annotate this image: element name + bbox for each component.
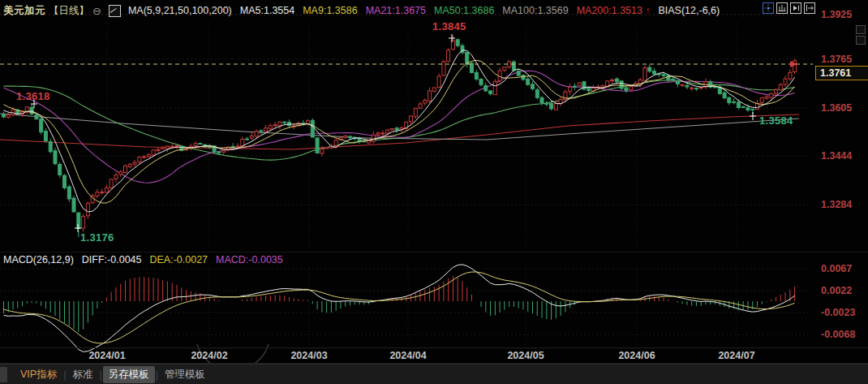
period-label: 【日线】 <box>49 4 89 18</box>
play-pane-icon[interactable] <box>790 2 801 14</box>
crosshair-icon[interactable] <box>763 2 774 14</box>
exit-pane-icon[interactable] <box>804 2 815 14</box>
macd-header: MACD(26,12,9)DIFF:-0.0045DEA:-0.0027MACD… <box>3 254 283 265</box>
macd-axis-label: 0.0067 <box>821 263 866 274</box>
candlestick-chart[interactable] <box>0 0 868 384</box>
x-axis-label: 2024/02 <box>191 350 227 361</box>
x-axis-label: 2024/05 <box>507 350 544 361</box>
symbol-name: 美元加元 <box>3 4 45 18</box>
collapse-icon[interactable]: ⊖ <box>92 5 101 17</box>
price-axis-label: 1.3925 <box>821 9 866 20</box>
macd-legend-item: MACD(26,12,9) <box>3 254 74 265</box>
macd-axis-label: -0.0068 <box>821 329 866 340</box>
tab-separator: | <box>99 369 101 381</box>
price-axis-label: 1.3605 <box>821 102 866 114</box>
macd-legend-item: MACD:-0.0035 <box>216 254 283 265</box>
tab-separator: | <box>156 369 158 381</box>
template-tab[interactable]: 管理模板 <box>159 366 211 383</box>
indicator-legend-item: MA21:1.3675 <box>366 5 426 16</box>
last-price-tag: 1.3761 <box>815 66 868 80</box>
ma200-up-arrow-icon: ↑ <box>646 5 651 16</box>
template-tab[interactable]: 另存模板 <box>103 366 155 383</box>
indicator-legend-item: MA5:1.3554 <box>240 5 294 16</box>
x-axis-label: 2024/06 <box>618 350 655 361</box>
template-tabbar: VIP指标|标准|另存模板|管理模板 <box>0 364 868 384</box>
indicator-legend-item: BIAS(12,-6,6) <box>658 5 720 16</box>
price-annotation: 1.3176 <box>80 231 114 244</box>
price-annotation: 1.3845 <box>432 20 466 32</box>
price-axis-label: 1.3444 <box>821 150 866 162</box>
indicator-legend-item: MA100:1.3569 <box>502 5 568 16</box>
x-axis-label: 2024/03 <box>290 350 327 361</box>
chart-toolbar <box>763 2 815 14</box>
price-annotation: 1.3618 <box>16 90 50 102</box>
x-axis-label: 2024/07 <box>718 350 754 361</box>
indicator-legend-item: MA50:1.3686 <box>434 5 494 16</box>
indicator-legend-item: MA(5,9,21,50,100,200) <box>128 5 232 16</box>
indicator-pane-icon[interactable] <box>776 2 788 14</box>
template-tab[interactable]: VIP指标 <box>15 366 62 383</box>
template-tab[interactable]: 标准 <box>67 366 98 383</box>
price-axis-label: 1.3284 <box>821 199 866 210</box>
panel-divider <box>0 252 868 252</box>
panel-toggle-bottom-icon[interactable] <box>856 36 866 45</box>
indicator-legend-item: MA200:1.3513 <box>577 5 642 16</box>
macd-axis-label: 0.0022 <box>821 285 866 296</box>
axis-divider-top <box>0 347 868 348</box>
chart-thumbnail-icon[interactable] <box>109 5 121 17</box>
indicator-legend-item: MA9:1.3586 <box>303 5 357 16</box>
chart-header: 美元加元 【日线】 ⊖ MA(5,9,21,50,100,200)MA5:1.3… <box>3 0 720 21</box>
tabbar-handle[interactable] <box>0 367 7 382</box>
macd-axis-label: -0.0023 <box>821 307 866 318</box>
tab-separator: | <box>63 369 66 381</box>
macd-legend-item: DIFF:-0.0045 <box>82 254 142 265</box>
panel-toggle-top-icon[interactable] <box>856 25 866 34</box>
macd-legend-item: DEA:-0.0027 <box>149 254 208 265</box>
price-annotation: 1.3584 <box>759 114 793 127</box>
chart-panel: 美元加元 【日线】 ⊖ MA(5,9,21,50,100,200)MA5:1.3… <box>0 0 868 384</box>
x-axis-label: 2024/04 <box>389 350 426 361</box>
x-axis-label: 2024/01 <box>88 350 125 361</box>
price-axis-label: 1.3765 <box>821 54 866 65</box>
